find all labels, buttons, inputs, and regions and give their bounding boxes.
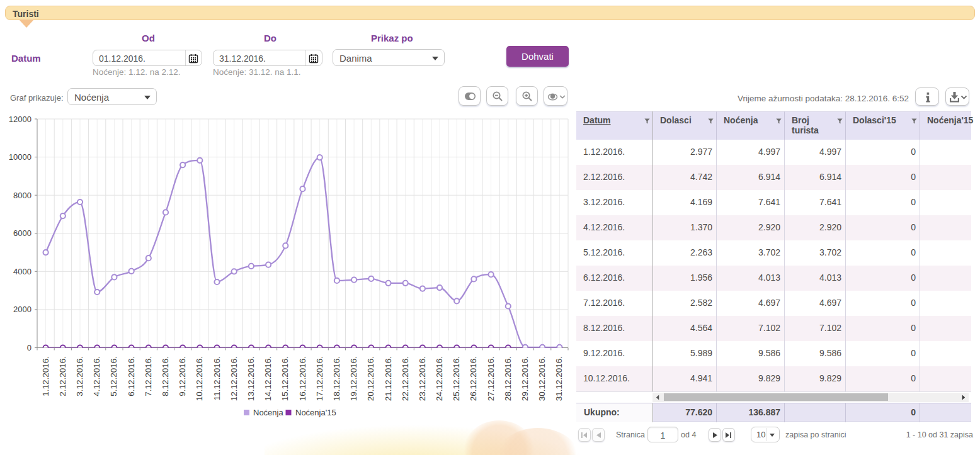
svg-text:15.12.2016.: 15.12.2016. <box>280 356 290 401</box>
svg-text:13.12.2016.: 13.12.2016. <box>246 356 256 401</box>
svg-text:10.12.2016.: 10.12.2016. <box>195 356 204 401</box>
svg-text:8.12.2016.: 8.12.2016. <box>161 356 170 396</box>
svg-text:30.12.2016.: 30.12.2016. <box>537 356 547 401</box>
svg-text:21.12.2016.: 21.12.2016. <box>384 356 393 401</box>
svg-text:24.12.2016.: 24.12.2016. <box>435 356 444 401</box>
svg-text:7.12.2016.: 7.12.2016. <box>144 356 153 396</box>
svg-text:18.12.2016.: 18.12.2016. <box>332 356 341 401</box>
svg-text:1.12.2016.: 1.12.2016. <box>41 356 50 396</box>
svg-text:20.12.2016.: 20.12.2016. <box>366 356 375 401</box>
svg-text:28.12.2016.: 28.12.2016. <box>503 356 513 401</box>
svg-text:Noćenja: Noćenja <box>253 408 283 417</box>
svg-text:9.12.2016.: 9.12.2016. <box>178 356 187 396</box>
svg-text:10000: 10000 <box>9 152 31 162</box>
svg-text:2000: 2000 <box>13 305 31 314</box>
svg-text:12.12.2016.: 12.12.2016. <box>229 356 239 401</box>
svg-text:3.12.2016.: 3.12.2016. <box>75 356 84 396</box>
svg-text:14.12.2016.: 14.12.2016. <box>263 356 273 401</box>
svg-text:0: 0 <box>27 343 31 352</box>
svg-text:6.12.2016.: 6.12.2016. <box>127 356 136 396</box>
svg-text:25.12.2016.: 25.12.2016. <box>452 356 461 401</box>
svg-text:19.12.2016.: 19.12.2016. <box>349 356 358 401</box>
svg-text:29.12.2016.: 29.12.2016. <box>520 356 530 401</box>
svg-text:31.12.2016.: 31.12.2016. <box>554 356 564 401</box>
svg-text:4.12.2016.: 4.12.2016. <box>92 356 101 396</box>
svg-text:26.12.2016.: 26.12.2016. <box>469 356 478 401</box>
svg-text:Noćenja'15: Noćenja'15 <box>295 408 336 417</box>
svg-text:2.12.2016.: 2.12.2016. <box>58 356 67 396</box>
svg-text:22.12.2016.: 22.12.2016. <box>401 356 410 401</box>
svg-text:11.12.2016.: 11.12.2016. <box>212 356 222 400</box>
svg-text:5.12.2016.: 5.12.2016. <box>109 356 118 396</box>
svg-text:27.12.2016.: 27.12.2016. <box>486 356 496 401</box>
svg-text:4000: 4000 <box>13 267 31 276</box>
svg-text:17.12.2016.: 17.12.2016. <box>315 356 324 401</box>
svg-text:6000: 6000 <box>13 228 31 238</box>
svg-text:8000: 8000 <box>13 191 31 200</box>
svg-text:12000: 12000 <box>9 115 31 124</box>
svg-text:23.12.2016.: 23.12.2016. <box>418 356 427 401</box>
svg-text:16.12.2016.: 16.12.2016. <box>298 356 307 401</box>
